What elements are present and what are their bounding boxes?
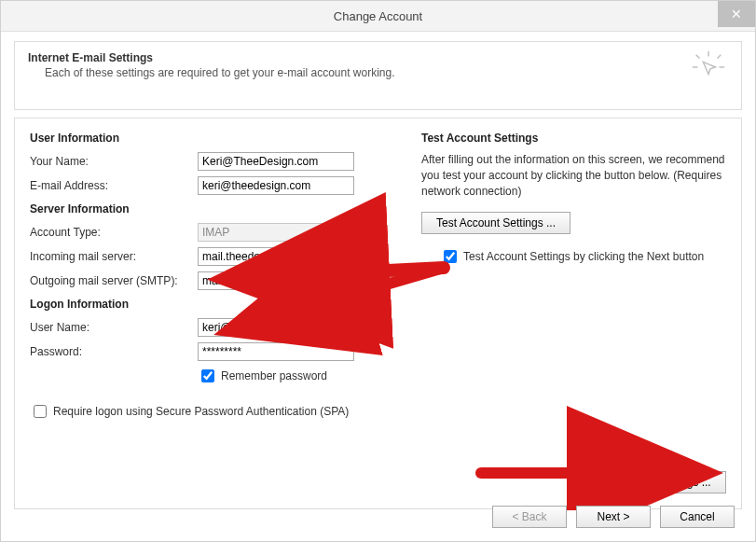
chevron-down-icon: ⌄ [340,226,350,239]
test-on-next-checkbox[interactable] [444,250,457,263]
footer-buttons: < Back Next > Cancel [492,506,735,528]
section-user-info: User Information [30,132,393,145]
back-button[interactable]: < Back [492,506,567,528]
outgoing-server-input[interactable] [198,271,354,290]
test-account-settings-button[interactable]: Test Account Settings ... [421,212,570,234]
more-settings-button[interactable]: More Settings ... [614,471,726,493]
account-type-label: Account Type: [30,226,198,239]
account-type-value: IMAP [202,226,229,239]
email-input[interactable] [198,176,354,195]
outgoing-label: Outgoing mail server (SMTP): [30,274,198,287]
incoming-server-input[interactable] [198,247,354,266]
window-title: Change Account [334,9,422,23]
remember-password-checkbox[interactable] [201,369,214,382]
svg-line-3 [718,55,722,59]
cursor-click-icon [691,49,726,85]
right-column: Test Account Settings After filling out … [421,128,726,421]
account-type-select: IMAP ⌄ [198,223,354,242]
header-panel: Internet E-mail Settings Each of these s… [14,41,742,110]
section-logon-info: Logon Information [30,298,393,311]
window: Change Account ✕ Internet E-mail Setting… [0,0,756,542]
close-button[interactable]: ✕ [718,1,755,27]
test-on-next-label: Test Account Settings by clicking the Ne… [463,250,704,263]
close-icon: ✕ [731,7,742,21]
password-label: Password: [30,345,198,358]
incoming-label: Incoming mail server: [30,250,198,263]
section-server-info: Server Information [30,202,393,215]
header-title: Internet E-mail Settings [28,51,728,64]
titlebar: Change Account ✕ [1,1,755,32]
section-test-title: Test Account Settings [421,132,726,145]
header-subtitle: Each of these settings are required to g… [45,66,728,79]
your-name-label: Your Name: [30,155,198,168]
username-label: User Name: [30,321,198,334]
spa-label: Require logon using Secure Password Auth… [53,405,349,418]
email-label: E-mail Address: [30,179,198,192]
next-button[interactable]: Next > [576,506,651,528]
left-column: User Information Your Name: E-mail Addre… [30,128,393,421]
spa-checkbox[interactable] [34,405,47,418]
remember-password-label: Remember password [221,369,327,382]
your-name-input[interactable] [198,152,354,171]
body-panel: User Information Your Name: E-mail Addre… [14,118,742,509]
svg-line-2 [696,55,700,59]
test-description: After filling out the information on thi… [421,152,726,199]
username-input[interactable] [198,318,354,337]
cancel-button[interactable]: Cancel [660,506,735,528]
password-input[interactable] [198,342,354,361]
